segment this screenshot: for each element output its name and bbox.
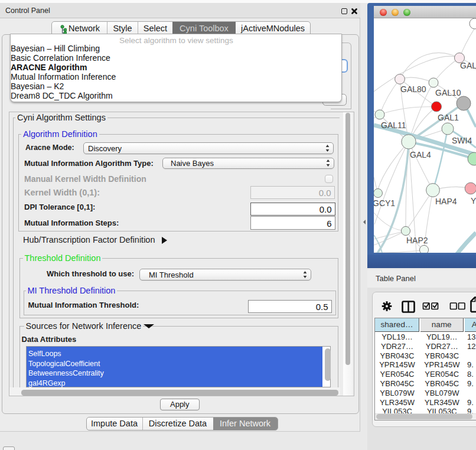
svg-text:GAL11: GAL11 [381, 120, 406, 130]
svg-text:HAP4: HAP4 [435, 197, 457, 206]
svg-text:GAL10: GAL10 [435, 88, 461, 97]
svg-text:GAL1: GAL1 [438, 113, 459, 122]
svg-text:GCY1: GCY1 [374, 198, 395, 208]
svg-text:GAL7: GAL7 [460, 61, 476, 70]
svg-text:GAL4: GAL4 [410, 150, 431, 159]
svg-text:GAL80: GAL80 [400, 84, 426, 94]
svg-text:SWI4: SWI4 [452, 136, 472, 145]
svg-text:Y: Y [471, 196, 476, 206]
svg-text:HAP2: HAP2 [406, 236, 428, 245]
